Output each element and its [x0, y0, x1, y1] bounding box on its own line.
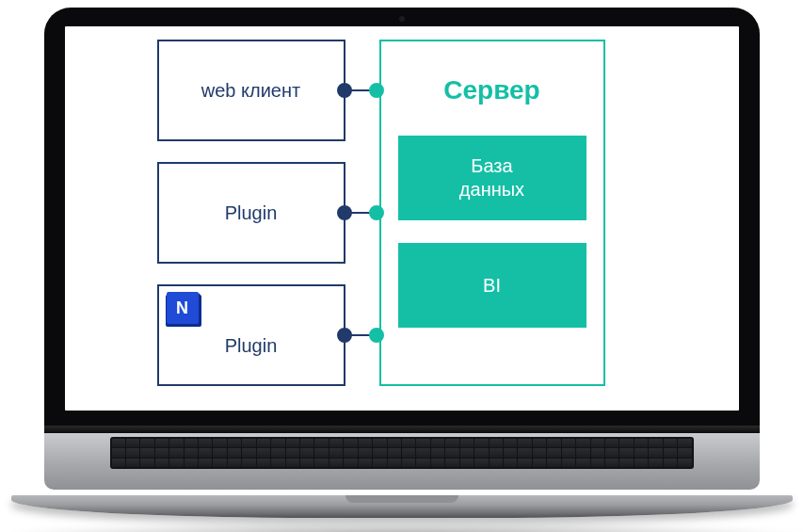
client-box-web: web клиент	[157, 40, 345, 141]
laptop-base	[11, 495, 793, 518]
screen-bezel: web клиент Plugin N Plugin	[44, 8, 760, 426]
client-label: web клиент	[201, 80, 300, 102]
server-component-database: База данных	[398, 136, 586, 220]
server-title: Сервер	[398, 75, 586, 105]
connector-icon	[344, 334, 377, 336]
connector-icon	[344, 212, 377, 214]
icon-letter: N	[176, 298, 188, 318]
navisworks-n-icon: N	[167, 292, 199, 324]
connector-icon	[344, 89, 377, 91]
client-box-plugin-1: Plugin	[157, 162, 345, 264]
architecture-diagram: web клиент Plugin N Plugin	[157, 40, 647, 386]
hinge	[44, 426, 760, 433]
client-label: Plugin	[225, 202, 278, 224]
server-component-bi: BI	[398, 243, 586, 328]
drop-shadow	[0, 522, 803, 532]
laptop-mockup: web клиент Plugin N Plugin	[44, 8, 760, 490]
laptop-deck	[44, 433, 760, 490]
camera-dot	[399, 16, 405, 22]
screen: web клиент Plugin N Plugin	[65, 26, 739, 411]
keyboard	[110, 437, 694, 469]
server-box: Сервер База данных BI	[379, 40, 605, 386]
clients-column: web клиент Plugin N Plugin	[157, 40, 345, 386]
client-label: Plugin	[225, 335, 278, 357]
client-box-plugin-2: N Plugin	[157, 284, 345, 386]
